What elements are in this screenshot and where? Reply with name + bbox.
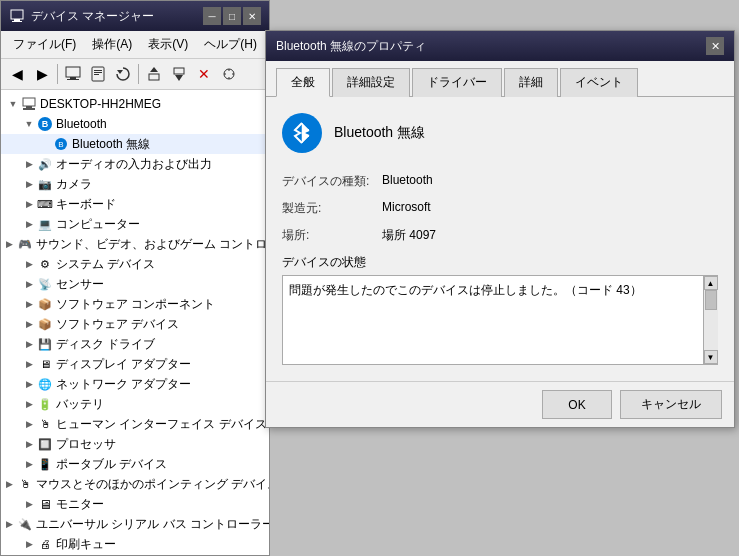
mon-label: モニター bbox=[56, 496, 104, 513]
tree-item-storage[interactable]: ▶ 記憶域コントローラー bbox=[1, 554, 269, 555]
scroll-down-arrow[interactable]: ▼ bbox=[704, 350, 718, 364]
bat-label: バッテリ bbox=[56, 396, 104, 413]
toolbar-uninstall[interactable] bbox=[167, 62, 191, 86]
bt-label: Bluetooth bbox=[56, 117, 107, 131]
mse-expander[interactable]: ▶ bbox=[1, 476, 17, 492]
tree-item-monitor[interactable]: ▶ モニター bbox=[1, 494, 269, 514]
tab-driver[interactable]: ドライバー bbox=[412, 68, 502, 97]
comp-expander[interactable]: ▶ bbox=[21, 216, 37, 232]
prt-icon bbox=[37, 536, 53, 552]
tree-item-keyboard[interactable]: ▶ キーボード bbox=[1, 194, 269, 214]
toolbar-back[interactable]: ◀ bbox=[5, 62, 29, 86]
tree-item-print[interactable]: ▶ 印刷キュー bbox=[1, 534, 269, 554]
mon-expander[interactable]: ▶ bbox=[21, 496, 37, 512]
tab-advanced[interactable]: 詳細設定 bbox=[332, 68, 410, 97]
tree-item-network[interactable]: ▶ ネットワーク アダプター bbox=[1, 374, 269, 394]
bat-icon bbox=[37, 396, 53, 412]
tree-item-usb[interactable]: ▶ ユニバーサル シリアル バス コントローラー bbox=[1, 514, 269, 534]
tree-root[interactable]: ▼ DESKTOP-HH2HMEG bbox=[1, 94, 269, 114]
toolbar-refresh[interactable] bbox=[111, 62, 135, 86]
sen-expander[interactable]: ▶ bbox=[21, 276, 37, 292]
audio-expander[interactable]: ▶ bbox=[21, 156, 37, 172]
tree-item-sw-comp[interactable]: ▶ ソフトウェア コンポーネント bbox=[1, 294, 269, 314]
toolbar-disable[interactable]: ✕ bbox=[192, 62, 216, 86]
kb-expander[interactable]: ▶ bbox=[21, 196, 37, 212]
tab-general[interactable]: 全般 bbox=[276, 68, 330, 97]
dis-icon bbox=[37, 356, 53, 372]
por-expander[interactable]: ▶ bbox=[21, 456, 37, 472]
tree-item-camera[interactable]: ▶ カメラ bbox=[1, 174, 269, 194]
devmgr-app-icon bbox=[9, 8, 25, 24]
toolbar-scan[interactable] bbox=[217, 62, 241, 86]
tree-item-sound[interactable]: ▶ サウンド、ビデオ、およびゲーム コントローラー bbox=[1, 234, 269, 254]
tree-item-processor[interactable]: ▶ プロセッサ bbox=[1, 434, 269, 454]
toolbar-properties[interactable] bbox=[86, 62, 110, 86]
net-expander[interactable]: ▶ bbox=[21, 376, 37, 392]
sen-icon bbox=[37, 276, 53, 292]
root-label: DESKTOP-HH2HMEG bbox=[40, 97, 161, 111]
por-icon bbox=[37, 456, 53, 472]
devmgr-title-bar: デバイス マネージャー ─ □ ✕ bbox=[1, 1, 269, 31]
menu-action[interactable]: 操作(A) bbox=[84, 33, 140, 56]
minimize-button[interactable]: ─ bbox=[203, 7, 221, 25]
toolbar-update[interactable] bbox=[142, 62, 166, 86]
kb-label: キーボード bbox=[56, 196, 116, 213]
root-expander[interactable]: ▼ bbox=[5, 96, 21, 112]
usb-expander[interactable]: ▶ bbox=[1, 516, 17, 532]
tree-item-bluetooth[interactable]: ▼ B Bluetooth bbox=[1, 114, 269, 134]
tree-item-audio[interactable]: ▶ オーディオの入力および出力 bbox=[1, 154, 269, 174]
proc-expander[interactable]: ▶ bbox=[21, 436, 37, 452]
scroll-up-arrow[interactable]: ▲ bbox=[704, 276, 718, 290]
btw-icon: B bbox=[53, 136, 69, 152]
dis-expander[interactable]: ▶ bbox=[21, 356, 37, 372]
maximize-button[interactable]: □ bbox=[223, 7, 241, 25]
cam-expander[interactable]: ▶ bbox=[21, 176, 37, 192]
svg-rect-0 bbox=[11, 10, 23, 19]
btw-icon-inner: B bbox=[55, 138, 67, 150]
tree-item-portable[interactable]: ▶ ポータブル デバイス bbox=[1, 454, 269, 474]
swc-expander[interactable]: ▶ bbox=[21, 296, 37, 312]
status-scrollbar[interactable]: ▲ ▼ bbox=[703, 276, 717, 364]
svg-rect-3 bbox=[66, 67, 80, 77]
dialog-close-button[interactable]: ✕ bbox=[706, 37, 724, 55]
dsk-expander[interactable]: ▶ bbox=[21, 336, 37, 352]
scroll-thumb[interactable] bbox=[705, 290, 717, 310]
hid-expander[interactable]: ▶ bbox=[21, 416, 37, 432]
toolbar-devmgr[interactable] bbox=[61, 62, 85, 86]
tree-item-bt-wireless[interactable]: B Bluetooth 無線 bbox=[1, 134, 269, 154]
prt-expander[interactable]: ▶ bbox=[21, 536, 37, 552]
device-header: Bluetooth 無線 bbox=[282, 113, 718, 153]
swd-expander[interactable]: ▶ bbox=[21, 316, 37, 332]
bt-expander[interactable]: ▼ bbox=[21, 116, 37, 132]
tab-events[interactable]: イベント bbox=[560, 68, 638, 97]
location-value: 場所 4097 bbox=[382, 227, 436, 244]
proc-label: プロセッサ bbox=[56, 436, 116, 453]
toolbar-forward[interactable]: ▶ bbox=[30, 62, 54, 86]
tree-item-disk[interactable]: ▶ ディスク ドライブ bbox=[1, 334, 269, 354]
tree-item-mouse[interactable]: ▶ マウスとそのほかのポインティング デバイス bbox=[1, 474, 269, 494]
hid-icon bbox=[37, 416, 53, 432]
snd-expander[interactable]: ▶ bbox=[1, 236, 17, 252]
prt-label: 印刷キュー bbox=[56, 536, 116, 553]
bat-expander[interactable]: ▶ bbox=[21, 396, 37, 412]
tree-item-sw-dev[interactable]: ▶ ソフトウェア デバイス bbox=[1, 314, 269, 334]
tree-item-hid[interactable]: ▶ ヒューマン インターフェイス デバイス bbox=[1, 414, 269, 434]
menu-help[interactable]: ヘルプ(H) bbox=[196, 33, 265, 56]
tree-item-system[interactable]: ▶ システム デバイス bbox=[1, 254, 269, 274]
device-tree[interactable]: ▼ DESKTOP-HH2HMEG ▼ B Bluetooth bbox=[1, 90, 269, 555]
net-label: ネットワーク アダプター bbox=[56, 376, 191, 393]
svg-marker-10 bbox=[117, 70, 123, 74]
sys-expander[interactable]: ▶ bbox=[21, 256, 37, 272]
cancel-button[interactable]: キャンセル bbox=[620, 390, 722, 419]
tree-item-computer[interactable]: ▶ コンピューター bbox=[1, 214, 269, 234]
devmgr-title-left: デバイス マネージャー bbox=[9, 8, 154, 25]
close-button[interactable]: ✕ bbox=[243, 7, 261, 25]
tree-item-sensor[interactable]: ▶ センサー bbox=[1, 274, 269, 294]
tab-details[interactable]: 詳細 bbox=[504, 68, 558, 97]
ok-button[interactable]: OK bbox=[542, 390, 612, 419]
menu-file[interactable]: ファイル(F) bbox=[5, 33, 84, 56]
tree-item-display[interactable]: ▶ ディスプレイ アダプター bbox=[1, 354, 269, 374]
tree-item-battery[interactable]: ▶ バッテリ bbox=[1, 394, 269, 414]
menu-view[interactable]: 表示(V) bbox=[140, 33, 196, 56]
status-section: デバイスの状態 問題が発生したのでこのデバイスは停止しました。（コード 43） … bbox=[282, 254, 718, 365]
